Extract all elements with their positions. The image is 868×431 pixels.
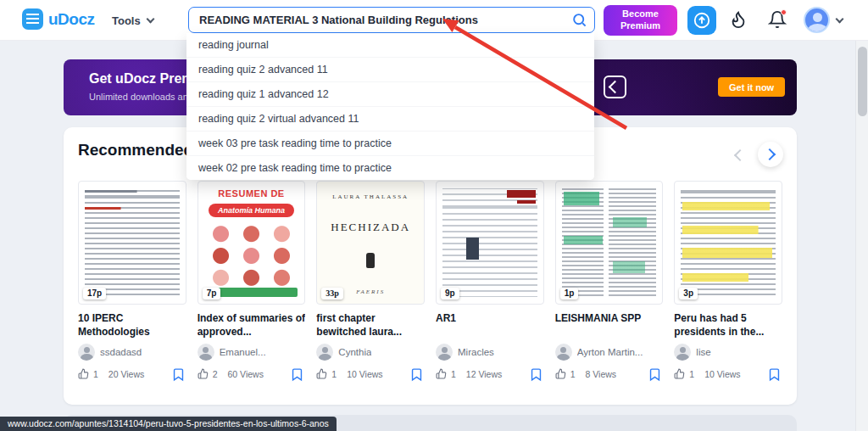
card-list: 17p 10 IPERC Methodologies ssdadasd 1 20… xyxy=(78,181,782,379)
document-title: AR1 xyxy=(436,312,544,339)
author-name: Ayrton Martin... xyxy=(577,347,643,357)
thumbs-up-icon xyxy=(78,368,89,379)
author-row: ssdadasd xyxy=(78,344,186,361)
search-box xyxy=(188,7,595,33)
search-icon[interactable] xyxy=(571,12,587,28)
likes-count: 1 xyxy=(570,369,576,379)
author-row: Cynthia xyxy=(316,344,425,361)
document-card[interactable]: 17p 10 IPERC Methodologies ssdadasd 1 20… xyxy=(78,181,186,379)
suggestion-item[interactable]: reading quiz 1 advanced 12 xyxy=(186,81,594,106)
author-row: Ayrton Martin... xyxy=(555,344,664,361)
views-count: 10 Views xyxy=(704,369,740,379)
document-thumbnail[interactable]: 1p xyxy=(555,181,664,305)
document-thumbnail[interactable]: LAURA THALASSA HECHIZADA FAERIS 33p xyxy=(316,181,425,305)
document-thumbnail[interactable]: RESUMEN DE Anatomía Humana 7p xyxy=(198,181,306,305)
page-count-badge: 17p xyxy=(83,288,106,299)
tools-menu[interactable]: Tools xyxy=(112,0,153,41)
banner-subtitle: Unlimited downloads and xyxy=(89,92,193,102)
document-thumbnail[interactable]: 17p xyxy=(78,181,186,305)
thumbs-up-icon xyxy=(198,368,209,379)
document-card[interactable]: 9p AR1 Miracles 1 12 Views xyxy=(436,181,544,379)
bookmark-icon[interactable] xyxy=(171,367,186,383)
carousel-next-icon[interactable] xyxy=(758,142,783,167)
scrollbar[interactable] xyxy=(855,0,868,431)
search-input[interactable] xyxy=(188,7,595,33)
udocz-logo-text: uDocz xyxy=(48,10,95,29)
stats-row: 1 8 Views xyxy=(555,368,664,379)
download-icon xyxy=(604,76,626,98)
document-card[interactable]: 3p Peru has had 5 presidents in the... l… xyxy=(674,181,782,379)
likes-count: 2 xyxy=(213,369,218,379)
views-count: 12 Views xyxy=(466,369,502,379)
likes-count: 1 xyxy=(93,369,98,379)
stats-row: 1 10 Views xyxy=(674,368,782,379)
avatar xyxy=(674,344,691,361)
page-count-badge: 3p xyxy=(679,288,698,299)
bookmark-icon[interactable] xyxy=(529,367,543,383)
avatar xyxy=(436,344,453,361)
streak-flame-button[interactable] xyxy=(727,9,749,31)
udocz-logo[interactable]: uDocz xyxy=(22,8,95,30)
suggestion-item[interactable]: week 03 pre task reading time to practic… xyxy=(186,131,594,155)
bookmark-icon[interactable] xyxy=(290,367,304,383)
likes-count: 1 xyxy=(451,369,456,379)
carousel-prev-icon[interactable] xyxy=(727,144,749,166)
user-menu[interactable] xyxy=(804,7,843,33)
avatar xyxy=(78,344,95,361)
become-premium-button[interactable]: Become Premium xyxy=(604,5,677,36)
avatar xyxy=(555,344,572,361)
page-count-badge: 7p xyxy=(203,288,221,299)
get-it-now-button[interactable]: Get it now xyxy=(718,77,785,97)
upload-icon xyxy=(693,11,711,30)
status-bar-url: www.udocz.com/apuntes/1314104/peru-tuvo-… xyxy=(0,417,337,431)
stats-row: 1 10 Views xyxy=(316,368,425,379)
author-name: ssdadasd xyxy=(100,347,142,357)
cover-title: RESUMEN DE xyxy=(198,188,305,199)
bookmark-icon[interactable] xyxy=(648,367,662,383)
cover-title: HECHIZADA xyxy=(317,221,424,234)
author-name: Cynthia xyxy=(338,347,371,357)
bookmark-icon[interactable] xyxy=(409,367,424,383)
avatar xyxy=(198,344,214,361)
stats-row: 2 60 Views xyxy=(198,368,306,379)
section-title: Recommended xyxy=(78,141,193,160)
document-thumbnail[interactable]: 9p xyxy=(436,181,544,305)
suggestion-item[interactable]: week 02 pre task reading time to practic… xyxy=(186,155,594,180)
author-name: lise xyxy=(696,347,710,357)
tools-label: Tools xyxy=(112,14,141,27)
cover-illustration xyxy=(681,188,776,297)
suggestion-item[interactable]: reading quiz 2 advanced 11 xyxy=(186,57,594,81)
author-name: Emanuel... xyxy=(220,347,266,357)
chevron-down-icon xyxy=(836,14,844,23)
cover-illustration xyxy=(205,222,298,287)
cover-illustration xyxy=(562,188,657,297)
document-title: LEISHMANIA SPP xyxy=(555,312,664,339)
upload-button[interactable] xyxy=(687,6,716,35)
thumbs-up-icon xyxy=(555,368,566,379)
udocz-logo-icon xyxy=(22,8,43,30)
document-title: Peru has had 5 presidents in the... xyxy=(674,312,782,339)
bookmark-icon[interactable] xyxy=(767,367,782,383)
notification-dot xyxy=(781,9,787,15)
suggestion-item[interactable]: reading quiz 2 virtual advanced 11 xyxy=(186,106,594,131)
views-count: 20 Views xyxy=(108,369,144,379)
thumbs-up-icon xyxy=(316,368,327,379)
stats-row: 1 12 Views xyxy=(436,368,544,379)
views-count: 60 Views xyxy=(228,369,264,379)
document-title: Index of summaries of approved... xyxy=(198,312,306,339)
notifications-button[interactable] xyxy=(766,9,788,31)
document-card[interactable]: RESUMEN DE Anatomía Humana 7p Index of s… xyxy=(198,181,306,379)
document-title: 10 IPERC Methodologies xyxy=(78,312,186,339)
suggestion-item[interactable]: reading journal xyxy=(186,33,594,57)
cover-illustration xyxy=(85,188,180,297)
search-suggestions-dropdown: reading journal reading quiz 2 advanced … xyxy=(186,33,594,180)
document-card[interactable]: 1p LEISHMANIA SPP Ayrton Martin... 1 8 V… xyxy=(555,181,664,379)
document-card[interactable]: LAURA THALASSA HECHIZADA FAERIS 33p firs… xyxy=(316,181,425,379)
avatar xyxy=(316,344,333,361)
scrollbar-thumb[interactable] xyxy=(858,47,867,116)
stats-row: 1 20 Views xyxy=(78,368,186,379)
thumbs-up-icon xyxy=(436,368,447,379)
user-avatar xyxy=(804,7,830,33)
document-thumbnail[interactable]: 3p xyxy=(674,181,782,305)
document-title: first chapter bewitched laura... xyxy=(316,312,425,339)
